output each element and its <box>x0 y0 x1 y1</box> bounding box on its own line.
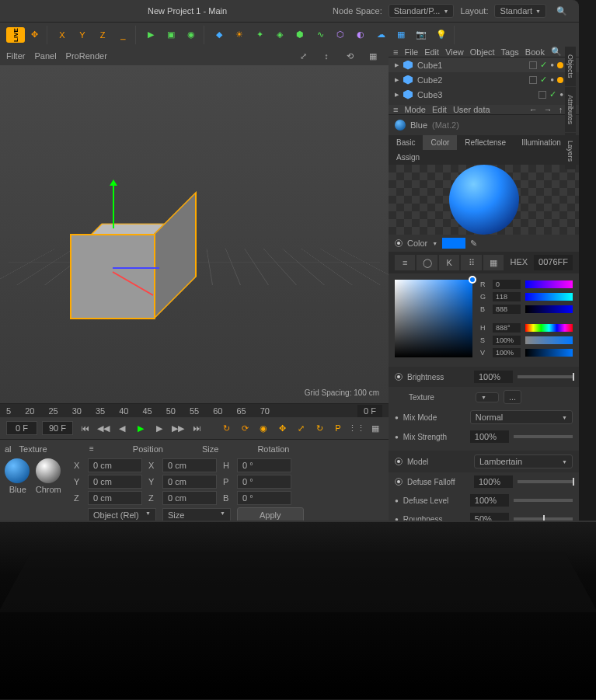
timeline-ruler[interactable]: 5 20 25 30 35 40 45 50 55 60 65 70 0 F <box>0 403 389 417</box>
h-slider[interactable] <box>525 324 573 332</box>
size-x-input[interactable]: 0 cm <box>162 458 217 472</box>
nav-up-icon[interactable]: ↑ <box>559 105 563 114</box>
record-icon[interactable]: ◉ <box>256 421 270 435</box>
texture-menu-button[interactable]: ... <box>504 390 521 404</box>
goto-start-icon[interactable]: ⏮ <box>78 421 92 435</box>
side-tab-layers[interactable]: Layers <box>565 133 576 169</box>
deformer-icon[interactable]: ⬢ <box>291 26 309 44</box>
prev-frame-icon[interactable]: ◀ <box>115 421 129 435</box>
tab-reflectance[interactable]: Reflectense <box>457 135 514 150</box>
field-icon[interactable]: ∿ <box>311 26 329 44</box>
texture-dropdown[interactable]: ▼ <box>476 392 499 402</box>
play-icon[interactable]: ▶ <box>134 421 148 435</box>
spline-icon[interactable]: ✦ <box>250 26 269 44</box>
prev-key-icon[interactable]: ◀◀ <box>96 421 110 435</box>
render-icon[interactable]: ▣ <box>162 26 180 44</box>
rot-p-input[interactable]: 0 ° <box>237 475 291 489</box>
size-mode-dropdown[interactable]: Size▼ <box>162 508 231 521</box>
brightness-radio[interactable] <box>395 373 403 381</box>
key-pos-icon[interactable]: ✥ <box>275 421 289 435</box>
axis-z-icon[interactable]: Z <box>93 26 112 44</box>
object-rel-dropdown[interactable]: Object (Rel)▼ <box>88 508 156 521</box>
tab-assign[interactable]: Assign <box>389 150 427 165</box>
object-row-cube2[interactable]: ▶ Cube2 ✓ ● <box>389 72 579 87</box>
play-icon[interactable]: ▶ <box>141 26 160 44</box>
pos-x-input[interactable]: 0 cm <box>88 458 142 472</box>
vp-icon-3[interactable]: ⟲ <box>340 47 359 65</box>
size-y-input[interactable]: 0 cm <box>162 475 217 489</box>
search-icon[interactable]: 🔍 <box>551 47 562 57</box>
b-slider[interactable] <box>525 305 573 313</box>
light-icon[interactable]: ☀ <box>230 26 249 44</box>
size-z-input[interactable]: 0 cm <box>162 491 217 505</box>
loop-icon[interactable]: ⟳ <box>238 421 252 435</box>
menu-view[interactable]: View <box>445 47 464 57</box>
tab-material[interactable]: al <box>5 444 12 454</box>
menu-tags[interactable]: Tags <box>501 47 519 57</box>
s-input[interactable]: 100% <box>493 336 521 345</box>
key-scale-icon[interactable]: ⤢ <box>294 421 308 435</box>
camera-icon[interactable]: 📷 <box>412 26 430 44</box>
grid-icon[interactable]: ▦ <box>392 26 410 44</box>
object-row-cube1[interactable]: ▶ Cube1 ✓ ● <box>389 57 579 72</box>
color-radio[interactable] <box>395 239 403 247</box>
nav-back-icon[interactable]: ← <box>529 105 538 114</box>
h-input[interactable]: 888° <box>493 323 521 333</box>
mixmode-dropdown[interactable]: Normal▼ <box>470 410 573 424</box>
coords-icon[interactable]: ⎯ <box>113 26 132 44</box>
b-input[interactable]: 888 <box>493 305 521 314</box>
timeline-view-icon[interactable]: ▦ <box>368 421 382 435</box>
level-input[interactable]: 100% <box>470 494 509 507</box>
expand-icon[interactable]: ▶ <box>395 77 399 83</box>
axis-x-icon[interactable]: X <box>53 26 71 44</box>
falloff-slider[interactable] <box>518 480 573 483</box>
v-input[interactable]: 100% <box>493 348 521 357</box>
goto-end-icon[interactable]: ⏭ <box>190 421 204 435</box>
color-swatch[interactable] <box>442 238 465 249</box>
picker-kelvin-icon[interactable]: K <box>439 255 459 270</box>
menu-panel[interactable]: Panel <box>34 51 56 61</box>
next-frame-icon[interactable]: ▶ <box>152 421 166 435</box>
roughness-input[interactable]: 50% <box>470 513 509 521</box>
r-input[interactable]: 0 <box>493 280 521 289</box>
menu-book[interactable]: Book <box>525 47 545 57</box>
mixstrength-input[interactable]: 100% <box>470 430 509 443</box>
checkbox-icon[interactable] <box>538 91 546 99</box>
rot-h-input[interactable]: 0 ° <box>237 458 291 472</box>
bulb-icon[interactable]: 💡 <box>432 26 451 44</box>
volume-icon[interactable]: ☁ <box>371 26 390 44</box>
key-options-icon[interactable]: ⋮⋮ <box>350 421 364 435</box>
menu-prorender[interactable]: ProRender <box>66 51 107 61</box>
key-param-icon[interactable]: P <box>331 421 345 435</box>
level-slider[interactable] <box>514 499 573 502</box>
checkbox-icon[interactable] <box>529 76 537 84</box>
move-icon[interactable]: ✥ <box>25 26 44 44</box>
menu-edit[interactable]: Edit <box>424 47 439 57</box>
render-region-icon[interactable]: ◉ <box>182 26 200 44</box>
chevron-down-icon[interactable]: ▼ <box>432 241 437 246</box>
menu-file[interactable]: File <box>404 47 418 57</box>
pos-y-input[interactable]: 0 cm <box>88 475 142 489</box>
autokey-icon[interactable]: ↻ <box>219 421 233 435</box>
expand-icon[interactable]: ▶ <box>395 92 399 98</box>
hex-input[interactable]: 0076FF <box>534 255 573 270</box>
node-space-dropdown[interactable]: Standart/P...▼ <box>389 4 455 18</box>
menu-filter[interactable]: Filter <box>6 51 25 61</box>
tab-texture[interactable]: Texture <box>19 444 47 454</box>
brightness-slider[interactable] <box>518 375 573 378</box>
picker-mixer-icon[interactable]: ⠿ <box>461 255 481 270</box>
model-dropdown[interactable]: Lambertain▼ <box>474 454 573 468</box>
pos-z-input[interactable]: 0 cm <box>88 491 142 505</box>
rot-b-input[interactable]: 0 ° <box>237 491 291 505</box>
menu-mode[interactable]: Mode <box>404 105 426 114</box>
tab-illumination[interactable]: Illumination <box>514 135 569 150</box>
frame-start-input[interactable]: 0 F <box>6 421 37 435</box>
v-slider[interactable] <box>525 349 573 357</box>
search-icon[interactable]: 🔍 <box>552 2 571 20</box>
vp-icon-2[interactable]: ↕ <box>317 47 336 65</box>
s-slider[interactable] <box>525 336 573 344</box>
color-gradient-picker[interactable] <box>395 280 472 357</box>
picker-wheel-icon[interactable]: ◯ <box>417 255 437 270</box>
falloff-radio[interactable] <box>395 478 403 486</box>
vp-icon-4[interactable]: ▦ <box>364 47 382 65</box>
